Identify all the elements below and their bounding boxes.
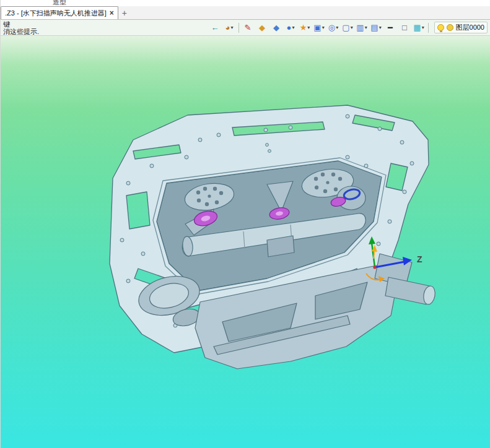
dropdown-arrow-icon[interactable]: ▾ <box>230 25 233 30</box>
pinwheel-icon: ★ <box>300 24 307 32</box>
dropdown-arrow-icon[interactable]: ▾ <box>336 25 338 30</box>
section-view-icon: ▥ <box>356 24 364 32</box>
sphere-display-icon: ● <box>287 24 292 32</box>
target-icon: ◎ <box>328 24 335 32</box>
hint-text: 键 消这些提示. <box>3 20 39 35</box>
frame-display-icon: ▣ <box>313 24 321 32</box>
toolbar-separator <box>238 23 239 33</box>
black-bar-icon: ━ <box>388 24 393 32</box>
gold-solid-icon[interactable]: ◆ <box>255 21 269 35</box>
dropdown-arrow-icon[interactable]: ▾ <box>379 25 382 30</box>
document-tab[interactable]: .Z3 - [水下扫描声呐无人机推进器] × <box>1 6 118 19</box>
brush-icon[interactable]: ✎ <box>241 21 255 35</box>
ribbon-tab-fragment: 造型 <box>53 0 66 6</box>
toolbar-icons: ←◕▾✎◆◆●▾★▾▣▾◎▾▢▾▥▾▤▾━□▦▾ <box>208 21 431 35</box>
dropdown-arrow-icon[interactable]: ▾ <box>307 25 310 30</box>
gold-solid-icon: ◆ <box>259 24 265 32</box>
dropdown-arrow-icon[interactable]: ▾ <box>351 25 353 30</box>
close-tab-icon[interactable]: × <box>110 9 114 17</box>
render-mode-icon: ◕ <box>225 24 230 32</box>
frame-display-icon[interactable]: ▣▾ <box>312 21 326 35</box>
layers-icon[interactable]: ▦▾ <box>412 21 426 35</box>
layer-name-label: 图层0000 <box>456 23 484 32</box>
exit-view-icon[interactable]: ← <box>208 21 222 35</box>
document-tab-label: .Z3 - [水下扫描声呐无人机推进器] <box>5 9 107 18</box>
exit-view-icon: ← <box>211 24 219 32</box>
dropdown-arrow-icon[interactable]: ▾ <box>365 25 367 30</box>
window-display-icon[interactable]: ▢▾ <box>341 21 355 35</box>
target-icon[interactable]: ◎▾ <box>326 21 341 35</box>
render-mode-icon[interactable]: ◕▾ <box>222 21 237 35</box>
blank-square-icon: □ <box>402 24 407 32</box>
layer-selector[interactable]: 图层0000 <box>434 22 488 33</box>
window-display-icon: ▢ <box>342 24 349 32</box>
hint-line-1: 键 <box>3 20 39 28</box>
dropdown-arrow-icon[interactable]: ▾ <box>322 25 325 30</box>
sphere-display-icon[interactable]: ●▾ <box>284 21 298 35</box>
blank-square-icon[interactable]: □ <box>398 21 412 35</box>
blue-solid-icon[interactable]: ◆ <box>269 21 284 35</box>
app-window: 造型 .Z3 - [水下扫描声呐无人机推进器] × + 键 消这些提示. ←◕▾… <box>0 0 490 448</box>
axis-z-label: Z <box>417 254 422 264</box>
viewport-3d[interactable]: Z <box>1 36 490 448</box>
dropdown-arrow-icon[interactable]: ▾ <box>422 25 424 30</box>
blue-solid-icon: ◆ <box>273 24 279 32</box>
rov-model-canvas: Z <box>1 36 490 448</box>
layers-icon: ▦ <box>413 24 421 32</box>
axis-origin-dot[interactable] <box>373 265 376 269</box>
document-tabbar: .Z3 - [水下扫描声呐无人机推进器] × + <box>1 6 490 20</box>
ribbon-clipped-strip: 造型 <box>1 0 490 6</box>
section-view-icon[interactable]: ▥▾ <box>355 21 369 35</box>
view-toolbar: 键 消这些提示. ←◕▾✎◆◆●▾★▾▣▾◎▾▢▾▥▾▤▾━□▦▾ 图层0000 <box>1 20 490 36</box>
hint-line-2: 消这些提示. <box>3 28 39 35</box>
black-bar-icon[interactable]: ━ <box>383 21 398 35</box>
dropdown-arrow-icon[interactable]: ▾ <box>292 25 294 30</box>
monitor-icon[interactable]: ▤▾ <box>369 21 383 35</box>
brush-icon: ✎ <box>245 24 252 32</box>
layer-color-icon[interactable] <box>447 24 453 31</box>
new-tab-button[interactable]: + <box>118 7 131 19</box>
pinwheel-icon[interactable]: ★▾ <box>298 21 312 35</box>
monitor-icon: ▤ <box>370 24 378 32</box>
layer-visibility-bulb-icon[interactable] <box>437 24 444 31</box>
toolbar-separator <box>428 23 429 33</box>
